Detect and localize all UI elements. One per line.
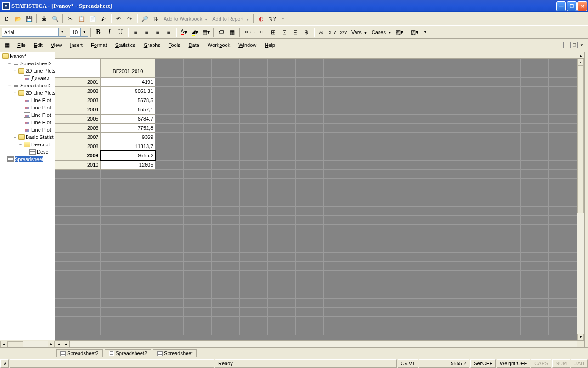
row-header[interactable]: 2010: [55, 160, 101, 169]
tree-item[interactable]: Desc: [0, 148, 55, 155]
tree-item[interactable]: Динами: [0, 75, 55, 82]
menu-file[interactable]: File: [14, 41, 29, 49]
maximize-button[interactable]: ❐: [567, 1, 577, 11]
mdi-minimize-button[interactable]: —: [563, 42, 571, 48]
menu-view[interactable]: View: [47, 41, 66, 49]
row-header[interactable]: 2002: [55, 86, 101, 96]
menu-graphs[interactable]: Graphs: [140, 41, 164, 49]
more-dropdown-icon[interactable]: ▼: [420, 27, 430, 37]
add-to-workbook-button[interactable]: Add to Workbook ▼: [162, 16, 209, 22]
arrow-left-icon[interactable]: ◄: [0, 341, 7, 348]
save-icon[interactable]: 💾: [24, 14, 34, 24]
cell[interactable]: 9555,2: [101, 151, 155, 160]
cell[interactable]: 7752,8: [101, 123, 155, 132]
menu-statistics[interactable]: Statistics: [112, 41, 139, 49]
row-header[interactable]: 2007: [55, 132, 101, 142]
format-painter-icon[interactable]: 🖌: [98, 14, 108, 24]
tree-item[interactable]: Spreadsheet: [0, 155, 55, 163]
row-header[interactable]: 2005: [55, 114, 101, 123]
scroll-split-icon[interactable]: ▲: [577, 52, 584, 58]
align-center-icon[interactable]: ≡: [141, 27, 152, 37]
fillcolor-icon[interactable]: ◢▾: [190, 27, 200, 37]
tab-spreadsheet2[interactable]: Spreadsheet2: [56, 349, 103, 357]
mdi-restore-button[interactable]: ❐: [571, 42, 578, 48]
misc1-icon[interactable]: ⊞: [268, 27, 278, 37]
tab-spreadsheet[interactable]: Spreadsheet: [153, 349, 197, 357]
row-header[interactable]: 2004: [55, 105, 101, 114]
arrow-right-icon[interactable]: ►: [48, 341, 55, 348]
scroll-down-icon[interactable]: ▼: [577, 334, 584, 340]
cut-icon[interactable]: ✂: [65, 14, 75, 24]
find-icon[interactable]: 🔎: [140, 14, 150, 24]
cell[interactable]: 5678,5: [101, 96, 155, 105]
align-justify-icon[interactable]: ≡: [164, 27, 174, 37]
decrease-decimal-icon[interactable]: ←.00: [253, 27, 263, 37]
menu-insert[interactable]: Insert: [66, 41, 86, 49]
misc4-icon[interactable]: ⊕: [301, 27, 311, 37]
tree-root[interactable]: Ivanov*: [0, 52, 55, 60]
filter2-icon[interactable]: x≠?: [339, 27, 349, 37]
mdi-close-button[interactable]: ✕: [578, 42, 585, 48]
italic-button[interactable]: I: [104, 27, 114, 37]
misc2-icon[interactable]: ⊡: [279, 27, 289, 37]
preview-icon[interactable]: 🔍: [50, 14, 60, 24]
undo-icon[interactable]: ↶: [113, 14, 124, 24]
paste-icon[interactable]: 📄: [87, 14, 97, 24]
grid-icon[interactable]: ▦: [227, 27, 237, 37]
row-header[interactable]: 2009: [55, 151, 101, 160]
row-header[interactable]: 2006: [55, 123, 101, 132]
grid-vscroll[interactable]: ▲ ▼: [577, 59, 584, 340]
vars-button[interactable]: Vars ▼: [350, 29, 369, 35]
copy-icon[interactable]: 📋: [76, 14, 86, 24]
nav-prev-icon[interactable]: ◄: [62, 341, 70, 348]
menu-data[interactable]: Data: [185, 41, 203, 49]
filter1-icon[interactable]: x=?: [328, 27, 338, 37]
print-icon[interactable]: 🖶: [39, 14, 49, 24]
tree-item[interactable]: −2D Line Plots: [0, 89, 55, 97]
cell[interactable]: 12605: [101, 160, 155, 169]
cell[interactable]: 11313,7: [101, 142, 155, 151]
pattern1-icon[interactable]: ▨▾: [394, 27, 404, 37]
help-icon[interactable]: ℕ?: [267, 14, 277, 24]
fontcolor-icon[interactable]: A▾: [179, 27, 189, 37]
sortaz-icon[interactable]: A↓: [317, 27, 327, 37]
cell[interactable]: 4191: [101, 77, 155, 86]
row-header[interactable]: 2008: [55, 142, 101, 151]
cell[interactable]: 6784,7: [101, 114, 155, 123]
redo-icon[interactable]: ↷: [124, 14, 135, 24]
menu-window[interactable]: Window: [235, 41, 260, 49]
sort-icon[interactable]: ⇅: [151, 14, 161, 24]
menu-workbook[interactable]: Workbook: [204, 41, 234, 49]
font-selector[interactable]: Arial: [2, 28, 66, 37]
dropdown-icon[interactable]: ▼: [278, 14, 288, 24]
underline-button[interactable]: U: [115, 27, 125, 37]
open-icon[interactable]: 📂: [13, 14, 23, 24]
tree-item[interactable]: −Basic Statist: [0, 133, 55, 141]
tree-item[interactable]: Line Plot: [0, 119, 55, 126]
bold-button[interactable]: B: [93, 27, 103, 37]
cases-button[interactable]: Cases ▼: [370, 29, 393, 35]
close-button[interactable]: ✕: [577, 1, 587, 11]
tag-icon[interactable]: 🏷: [216, 27, 226, 37]
cell[interactable]: 5051,31: [101, 86, 155, 96]
tab-spreadsheet2b[interactable]: Spreadsheet2: [105, 349, 152, 357]
row-header[interactable]: 2003: [55, 96, 101, 105]
border-icon[interactable]: ▦▾: [201, 27, 211, 37]
fontsize-selector[interactable]: 10: [70, 28, 88, 37]
cell[interactable]: 9369: [101, 132, 155, 142]
add-to-report-button[interactable]: Add to Report ▼: [210, 16, 251, 22]
cell[interactable]: 6557,1: [101, 105, 155, 114]
grid[interactable]: 1ВГ2001-20102001419120025051,3120035678,…: [55, 59, 577, 340]
increase-decimal-icon[interactable]: .00→: [242, 27, 252, 37]
tree-item[interactable]: Line Plot: [0, 104, 55, 111]
tree-item[interactable]: −Spreadsheet2: [0, 82, 55, 89]
menu-edit[interactable]: Edit: [30, 41, 46, 49]
nav-first-icon[interactable]: |◄: [55, 341, 62, 348]
clipboard-icon[interactable]: ◐: [256, 14, 266, 24]
tools-button[interactable]: [1, 350, 8, 357]
menubar-icon[interactable]: ▦: [2, 40, 12, 50]
grid-hscroll[interactable]: |◄ ◄: [55, 340, 584, 347]
row-header[interactable]: 2001: [55, 77, 101, 86]
tree-hscroll[interactable]: ◄ ►: [0, 340, 55, 347]
menu-format[interactable]: Format: [87, 41, 111, 49]
